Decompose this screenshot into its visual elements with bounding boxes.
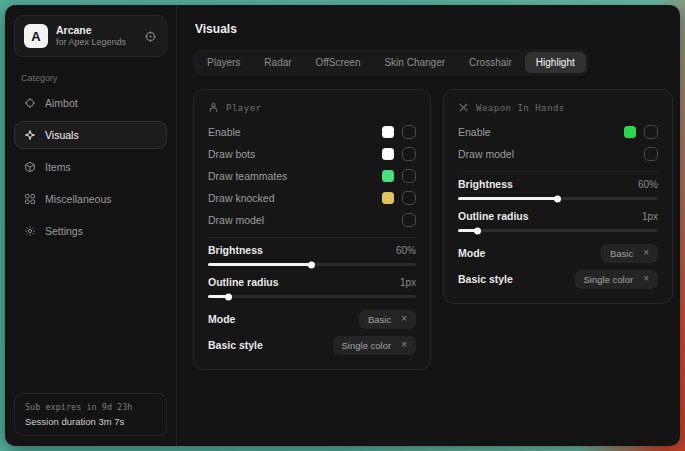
tab-players[interactable]: Players <box>196 52 251 73</box>
setting-row-draw-model: Draw model <box>458 143 658 165</box>
cube-icon <box>24 161 36 173</box>
basic-style-chip[interactable]: Single color × <box>333 336 416 355</box>
slider-handle[interactable] <box>554 195 561 202</box>
tab-crosshair[interactable]: Crosshair <box>458 52 523 73</box>
setting-row-draw-knocked: Draw knocked <box>208 187 416 209</box>
weapon-panel: Weapon In Hands Enable Draw model <box>443 89 673 304</box>
setting-row-enable: Enable <box>458 121 658 143</box>
chip-remove-icon[interactable]: × <box>401 314 407 324</box>
checkbox[interactable] <box>402 191 416 205</box>
select-label: Mode <box>458 247 485 259</box>
main-content: Visuals Players Radar OffScreen Skin Cha… <box>177 5 680 446</box>
sparkle-icon <box>24 129 36 141</box>
mode-chip[interactable]: Basic × <box>359 310 416 329</box>
slider-handle[interactable] <box>474 227 481 234</box>
app-name: Arcane <box>56 24 136 37</box>
chip-label: Single color <box>342 340 392 351</box>
color-swatch[interactable] <box>624 126 636 138</box>
chip-remove-icon[interactable]: × <box>643 248 649 258</box>
app-tagline: for Apex Legends <box>56 37 136 48</box>
slider-value: 1px <box>400 277 416 288</box>
target-icon[interactable] <box>144 30 157 43</box>
chip-label: Single color <box>584 274 634 285</box>
checkbox[interactable] <box>402 213 416 227</box>
slider-label: Outline radius <box>208 276 279 288</box>
setting-row-draw-teammates: Draw teammates <box>208 165 416 187</box>
mode-row: Mode Basic × <box>208 308 416 330</box>
basic-style-row: Basic style Single color × <box>458 268 658 290</box>
basic-style-row: Basic style Single color × <box>208 334 416 356</box>
sidebar-item-label: Settings <box>45 225 83 237</box>
sidebar-item-miscellaneous[interactable]: Miscellaneous <box>14 185 167 213</box>
setting-row-draw-model: Draw model <box>208 209 416 231</box>
chip-remove-icon[interactable]: × <box>401 340 407 350</box>
outline-radius-slider[interactable] <box>458 229 658 232</box>
divider <box>458 171 658 172</box>
setting-label: Draw teammates <box>208 170 287 182</box>
outline-radius-slider[interactable] <box>208 295 416 298</box>
sidebar-item-label: Miscellaneous <box>45 193 112 205</box>
setting-label: Draw model <box>458 148 514 160</box>
checkbox[interactable] <box>644 147 658 161</box>
tab-skin-changer[interactable]: Skin Changer <box>373 52 456 73</box>
sub-expiry-text: Sub expires in 9d 23h <box>25 402 156 412</box>
sidebar: A Arcane for Apex Legends Category <box>5 5 177 446</box>
setting-label: Draw bots <box>208 148 255 160</box>
basic-style-chip[interactable]: Single color × <box>575 270 658 289</box>
category-label: Category <box>21 73 160 83</box>
divider <box>208 237 416 238</box>
sidebar-item-label: Aimbot <box>45 97 78 109</box>
sidebar-item-aimbot[interactable]: Aimbot <box>14 89 167 117</box>
panel-title: Weapon In Hands <box>476 103 565 113</box>
sidebar-item-label: Items <box>45 161 71 173</box>
slider-label: Outline radius <box>458 210 529 222</box>
checkbox[interactable] <box>402 169 416 183</box>
chip-label: Basic <box>368 314 391 325</box>
select-label: Mode <box>208 313 235 325</box>
slider-value: 1px <box>642 211 658 222</box>
sidebar-item-settings[interactable]: Settings <box>14 217 167 245</box>
color-swatch[interactable] <box>382 126 394 138</box>
sidebar-nav: Aimbot Visuals Items <box>14 89 167 245</box>
setting-row-enable: Enable <box>208 121 416 143</box>
checkbox[interactable] <box>402 125 416 139</box>
slider-value: 60% <box>638 179 658 190</box>
slider-value: 60% <box>396 245 416 256</box>
outline-radius-row: Outline radius 1px <box>458 210 658 222</box>
color-swatch[interactable] <box>382 148 394 160</box>
checkbox[interactable] <box>402 147 416 161</box>
page-title: Visuals <box>195 22 673 36</box>
setting-row-draw-bots: Draw bots <box>208 143 416 165</box>
app-logo: A <box>24 24 48 48</box>
tab-radar[interactable]: Radar <box>253 52 302 73</box>
weapon-panel-header: Weapon In Hands <box>458 100 658 121</box>
grid-icon <box>24 193 36 205</box>
brightness-slider[interactable] <box>458 197 658 200</box>
mode-chip[interactable]: Basic × <box>601 244 658 263</box>
select-label: Basic style <box>458 273 513 285</box>
chip-label: Basic <box>610 248 633 259</box>
brightness-slider[interactable] <box>208 263 416 266</box>
slider-handle[interactable] <box>308 261 315 268</box>
slider-label: Brightness <box>208 244 263 256</box>
tab-offscreen[interactable]: OffScreen <box>305 52 372 73</box>
sidebar-item-visuals[interactable]: Visuals <box>14 121 167 149</box>
brand-card: A Arcane for Apex Legends <box>14 15 167 57</box>
checkbox[interactable] <box>644 125 658 139</box>
tab-highlight[interactable]: Highlight <box>525 52 586 73</box>
setting-label: Enable <box>208 126 241 138</box>
brand-text: Arcane for Apex Legends <box>56 24 136 48</box>
outline-radius-row: Outline radius 1px <box>208 276 416 288</box>
slider-handle[interactable] <box>225 293 232 300</box>
color-swatch[interactable] <box>382 170 394 182</box>
sidebar-item-items[interactable]: Items <box>14 153 167 181</box>
crossed-swords-icon <box>458 102 469 113</box>
person-icon <box>208 102 219 113</box>
color-swatch[interactable] <box>382 192 394 204</box>
panel-title: Player <box>226 103 262 113</box>
chip-remove-icon[interactable]: × <box>643 274 649 284</box>
gear-icon <box>24 225 36 237</box>
subscription-card: Sub expires in 9d 23h Session duration 3… <box>14 393 167 436</box>
tab-bar: Players Radar OffScreen Skin Changer Cro… <box>193 49 589 76</box>
panels-row: Player Enable Draw bots <box>193 89 673 370</box>
